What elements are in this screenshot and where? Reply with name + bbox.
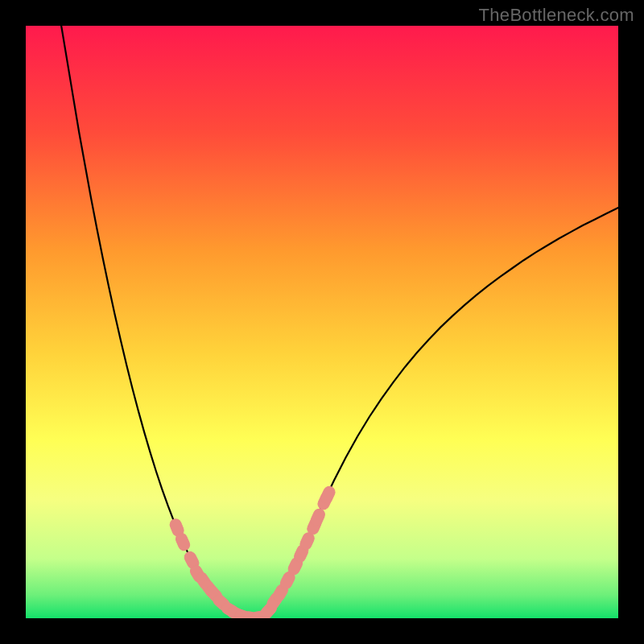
watermark-text: TheBottleneck.com (479, 5, 634, 26)
plot-area (26, 26, 618, 618)
chart-svg (26, 26, 618, 618)
chart-frame: TheBottleneck.com (0, 0, 644, 644)
bottleneck-curve (61, 26, 618, 618)
marker-group (168, 485, 336, 618)
